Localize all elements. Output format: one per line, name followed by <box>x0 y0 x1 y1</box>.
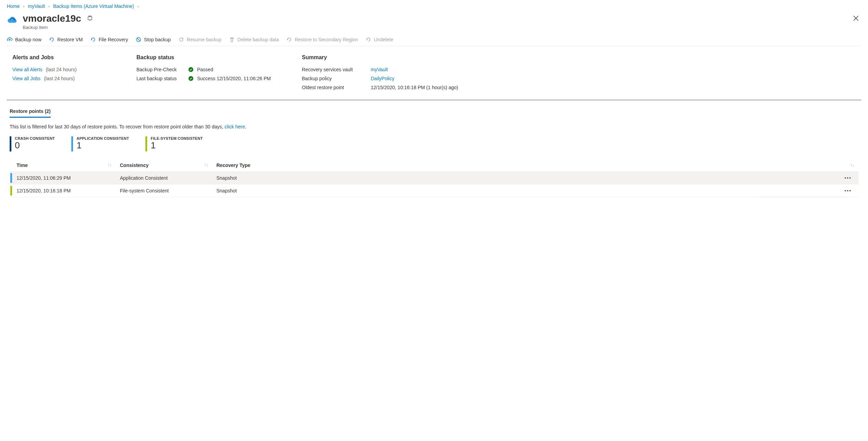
row-bar-green <box>10 186 12 196</box>
alerts-window: (last 24 hours) <box>46 67 76 72</box>
sort-icon: ↑↓ <box>850 163 854 168</box>
file-recovery-button[interactable]: File Recovery <box>90 37 128 42</box>
page-subtitle: Backup Item <box>23 25 93 30</box>
legend-bar-navy <box>10 136 11 151</box>
restore-secondary-button: Restore to Secondary Region <box>286 37 358 42</box>
resume-backup-label: Resume backup <box>187 37 222 42</box>
col-consistency[interactable]: Consistency↑↓ <box>116 159 212 172</box>
summary-panel: Summary Recovery services vault myVault … <box>302 54 856 90</box>
chevron-right-icon: › <box>137 4 139 8</box>
backup-status-panel: Backup status Backup Pre-Check Passed La… <box>136 54 281 90</box>
col-actions[interactable]: ↑↓ <box>838 159 858 172</box>
file-recovery-label: File Recovery <box>99 37 128 42</box>
last-status-label: Last backup status <box>136 76 185 81</box>
row-actions-button[interactable]: ••• <box>838 185 858 197</box>
sort-icon: ↑↓ <box>108 162 112 167</box>
legend-crash: CRASH CONSISTENT 0 <box>10 136 55 151</box>
cell-recovery-type: Snapshot <box>212 185 838 197</box>
undo-icon <box>286 37 292 42</box>
check-circle-icon <box>188 76 194 81</box>
cell-consistency: File-system Consistent <box>116 185 212 197</box>
breadcrumb: Home › myVault › Backup Items (Azure Vir… <box>7 0 861 11</box>
backup-now-button[interactable]: Backup now <box>7 37 41 42</box>
alerts-jobs-title: Alerts and Jobs <box>12 54 116 61</box>
cell-recovery-type: Snapshot <box>212 172 838 185</box>
stop-icon <box>136 37 141 42</box>
check-circle-icon <box>188 67 194 72</box>
undo-icon <box>49 37 54 42</box>
trash-icon <box>229 37 235 42</box>
oldest-value: 12/15/2020, 10:16:18 PM (1 hour(s) ago) <box>371 85 458 90</box>
table-row[interactable]: 12/15/2020, 11:06:29 PM Application Cons… <box>10 172 858 185</box>
legend-application: APPLICATION CONSISTENT 1 <box>71 136 129 151</box>
stop-backup-label: Stop backup <box>144 37 171 42</box>
breadcrumb-backup-items[interactable]: Backup Items (Azure Virtual Machine) <box>53 3 134 9</box>
page-title: vmoracle19c <box>23 13 81 24</box>
tab-restore-points[interactable]: Restore points (2) <box>10 106 51 118</box>
jobs-window: (last 24 hours) <box>44 76 74 81</box>
refresh-icon <box>178 37 184 42</box>
last-status-value: Success 12/15/2020, 11:06:26 PM <box>197 76 271 81</box>
svg-rect-1 <box>89 16 91 17</box>
chevron-right-icon: › <box>23 4 24 8</box>
chevron-right-icon: › <box>49 4 50 8</box>
oldest-label: Oldest restore point <box>302 85 357 90</box>
restore-secondary-label: Restore to Secondary Region <box>295 37 358 42</box>
cloud-upload-icon <box>7 37 12 42</box>
close-button[interactable] <box>851 13 861 24</box>
table-row[interactable]: 12/15/2020, 10:16:18 PM File-system Cons… <box>10 185 858 197</box>
svg-line-6 <box>137 38 140 41</box>
cell-consistency: Application Consistent <box>116 172 212 185</box>
undelete-button: Undelete <box>366 37 393 42</box>
legend-filesystem: FILE-SYSTEM CONSISTENT 1 <box>145 136 203 151</box>
legend-bar-green <box>145 136 147 151</box>
restore-vm-button[interactable]: Restore VM <box>49 37 83 42</box>
restore-vm-label: Restore VM <box>57 37 83 42</box>
cell-time: 12/15/2020, 11:06:29 PM <box>12 172 116 185</box>
backup-now-label: Backup now <box>15 37 41 42</box>
col-time[interactable]: Time↑↓ <box>12 159 116 172</box>
undo-icon <box>366 37 371 42</box>
click-here-link[interactable]: click here <box>225 124 245 129</box>
svg-rect-0 <box>88 17 92 20</box>
breadcrumb-home[interactable]: Home <box>7 3 20 9</box>
backup-cloud-icon <box>7 15 18 25</box>
vault-label: Recovery services vault <box>302 67 357 72</box>
resume-backup-button: Resume backup <box>178 37 222 42</box>
undo-icon <box>90 37 96 42</box>
sort-icon: ↑↓ <box>204 162 208 167</box>
precheck-label: Backup Pre-Check <box>136 67 185 72</box>
breadcrumb-vault[interactable]: myVault <box>28 3 45 9</box>
delete-backup-button: Delete backup data <box>229 37 279 42</box>
row-actions-button[interactable]: ••• <box>838 172 858 185</box>
cell-time: 12/15/2020, 10:16:18 PM <box>12 185 116 197</box>
restore-points-table: Time↑↓ Consistency↑↓ Recovery Type ↑↓ 12… <box>10 159 858 197</box>
stop-backup-button[interactable]: Stop backup <box>136 37 171 42</box>
alerts-jobs-panel: Alerts and Jobs View all Alerts (last 24… <box>12 54 116 90</box>
summary-title: Summary <box>302 54 856 61</box>
backup-status-title: Backup status <box>136 54 281 61</box>
policy-label: Backup policy <box>302 76 357 81</box>
filter-note: This list is filtered for last 30 days o… <box>10 124 858 129</box>
delete-backup-label: Delete backup data <box>237 37 279 42</box>
pin-icon[interactable] <box>87 15 93 22</box>
col-recovery-type[interactable]: Recovery Type <box>212 159 838 172</box>
toolbar: Backup now Restore VM File Recovery Stop… <box>7 30 861 46</box>
legend-bar-blue <box>71 136 73 151</box>
view-all-alerts-link[interactable]: View all Alerts <box>12 67 42 72</box>
view-all-jobs-link[interactable]: View all Jobs <box>12 76 40 81</box>
row-bar-blue <box>10 173 12 183</box>
vault-link[interactable]: myVault <box>371 67 388 72</box>
precheck-value: Passed <box>197 67 213 72</box>
undelete-label: Undelete <box>374 37 393 42</box>
policy-link[interactable]: DailyPolicy <box>371 76 394 81</box>
